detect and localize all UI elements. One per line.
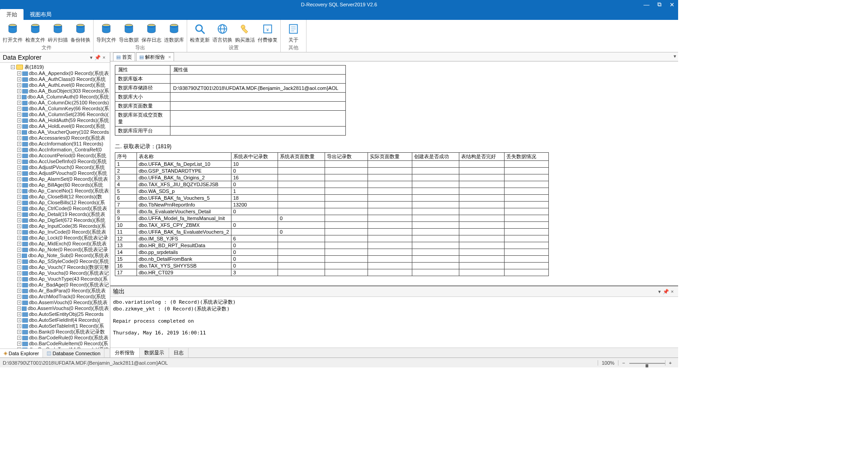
expand-icon[interactable]: + [17, 230, 21, 234]
expand-icon[interactable]: + [17, 77, 21, 81]
expand-icon[interactable]: + [17, 306, 21, 310]
tree-node[interactable]: +dbo.AA_ColumnDic(25100 Records) [11, 100, 109, 106]
expand-icon[interactable]: + [17, 342, 21, 346]
expand-icon[interactable]: + [17, 130, 21, 134]
tree-node[interactable]: +dbo.BarCodeRule(0 Record)(系统表 [11, 335, 109, 341]
expand-icon[interactable]: + [17, 195, 21, 199]
output-pin-icon[interactable]: 📌 [663, 289, 669, 295]
expand-icon[interactable]: + [17, 201, 21, 205]
status-zoom-in[interactable]: + [665, 360, 675, 366]
table-row[interactable]: 8dbo.fa_EvaluateVouchers_Detail0 [115, 208, 549, 215]
tree-node[interactable]: +dbo.Ar_BadPara(0 Record)(系统表 [11, 288, 109, 294]
tree-node[interactable]: +dbo.Ap_Detail(19 Records)(系统表 [11, 212, 109, 217]
expand-icon[interactable]: + [17, 154, 21, 158]
expand-icon[interactable]: + [17, 113, 21, 117]
expand-icon[interactable]: + [17, 330, 21, 334]
expand-icon[interactable]: + [17, 295, 21, 299]
ribbon-导到文件[interactable]: 导到文件 [95, 21, 117, 44]
expand-icon[interactable]: + [17, 124, 21, 128]
tree-node[interactable]: +dbo.Ap_VouchType(43 Records)(系 [11, 276, 109, 282]
maximize-button[interactable]: ⧉ [653, 0, 665, 9]
tree-node[interactable]: +dbo.AA_ColumnSet(2396 Records)( [11, 112, 109, 118]
ribbon-购买激活[interactable]: 购买激活 [234, 21, 256, 44]
table-row[interactable]: 9dbo.UFFA_Model_fa_ItemsManual_Init0 [115, 215, 549, 222]
expand-icon[interactable]: + [17, 101, 21, 105]
expand-icon[interactable]: + [17, 336, 21, 340]
expand-icon[interactable]: + [17, 136, 21, 140]
tree-node[interactable]: +dbo.Ap_Note_Sub(0 Record)(系统表 [11, 253, 109, 258]
status-zoom-out[interactable]: − [618, 360, 628, 366]
tree-node[interactable]: +dbo.Ap_Vouch(7 Records)(数据完整 [11, 264, 109, 270]
expand-icon[interactable]: + [17, 236, 21, 240]
tree-node[interactable]: +dbo.Ap_CancelNo(1 Record)(系统表 [11, 188, 109, 194]
expand-icon[interactable]: + [17, 83, 21, 87]
expand-icon[interactable]: + [17, 218, 21, 222]
table-row[interactable]: 11dbo.UFFA_BAK_fa_EvaluateVouchers_20 [115, 229, 549, 235]
table-row[interactable]: 5dbo.WA_SDS_p1 [115, 188, 549, 195]
ribbon-保存日志[interactable]: 保存日志 [141, 21, 162, 44]
tree-node[interactable]: +dbo.AdjustPVouch(0 Record)(系统 [11, 164, 109, 170]
expand-icon[interactable]: + [17, 89, 21, 93]
ribbon-打开文件[interactable]: 打开文件 [2, 21, 24, 44]
tree-node[interactable]: +dbo.AutoSetFieldInf(4 Records)( [11, 317, 109, 323]
expand-icon[interactable]: + [17, 95, 21, 99]
table-row[interactable]: 15dbo.nb_DetailFromBank0 [115, 256, 549, 263]
tree-node[interactable]: +dbo.AA_ColumnAuth(0 Record)(系统 [11, 94, 109, 100]
tree-node[interactable]: +dbo.AssemVouchs(0 Record)(系统表 [11, 306, 109, 311]
expand-icon[interactable]: + [17, 289, 21, 293]
tree-node[interactable]: +dbo.Ap_Note(0 Record)(系统表记录 [11, 247, 109, 253]
expand-icon[interactable]: + [17, 207, 21, 211]
expand-icon[interactable]: + [17, 283, 21, 287]
close-button[interactable]: ✕ [665, 0, 678, 9]
tree-node[interactable]: +dbo.AutoSetEntityObj(25 Records [11, 311, 109, 317]
expand-icon[interactable]: + [17, 318, 21, 322]
ribbon-导出数据[interactable]: 导出数据 [118, 21, 140, 44]
output-tab-log[interactable]: 日志 [169, 348, 189, 357]
ribbon-备份转换[interactable]: 备份转换 [70, 21, 91, 44]
expand-icon[interactable]: + [17, 148, 21, 152]
tree-node[interactable]: +dbo.Ap_InputCode(35 Records)(系 [11, 223, 109, 229]
sidebar-pin-icon[interactable]: 📌 [94, 55, 101, 61]
sidebar-dropdown-icon[interactable]: ▾ [88, 55, 94, 61]
table-row[interactable]: 1dbo.UFFA_BAK_fa_DeprList_1010 [115, 161, 549, 168]
expand-icon[interactable]: + [17, 242, 21, 246]
ribbon-检查文件[interactable]: 检查文件 [24, 21, 46, 44]
expand-icon[interactable]: + [17, 212, 21, 216]
menu-tab-viewlayout[interactable]: 视图布局 [24, 9, 58, 20]
expand-icon[interactable]: + [17, 71, 21, 75]
tree-node[interactable]: +dbo.Ap_CloseBill(12 Records)(数 [11, 194, 109, 200]
tree-node[interactable]: +dbo.AssemVouch(0 Record)(系统表 [11, 300, 109, 306]
tree-node[interactable]: +dbo.Ar_BadAge(0 Record)(系统表记 [11, 282, 109, 288]
expand-icon[interactable]: + [17, 224, 21, 228]
tree-node[interactable]: +dbo.Ap_SStyleCode(0 Record)(系统 [11, 258, 109, 264]
tree-node[interactable]: +dbo.Ap_DigSet(672 Records)(系统 [11, 217, 109, 223]
tree-node[interactable]: +dbo.AdjustPVouchs(0 Record)(系统 [11, 170, 109, 176]
table-row[interactable]: 12dbo.IM_SB_YJFS6 [115, 235, 549, 242]
table-row[interactable]: 4dbo.TAX_XFS_JIU_BQZYDJSEJSB0 [115, 181, 549, 188]
expand-icon[interactable]: + [17, 248, 21, 252]
expand-icon[interactable]: + [17, 118, 21, 122]
tree-node[interactable]: +dbo.AA_ColumnKey(66 Records)(系 [11, 106, 109, 112]
expand-icon[interactable]: + [17, 107, 21, 111]
tree-node[interactable]: +dbo.Ap_MidExch(0 Record)(系统表 [11, 241, 109, 247]
tree-node[interactable]: +dbo.AA_AuthClass(0 Record)(系统 [11, 76, 109, 82]
tree-node[interactable]: +dbo.Ap_Lock(0 Record)(系统表记录 [11, 235, 109, 241]
output-close-icon[interactable]: × [669, 289, 675, 294]
tree-node[interactable]: +dbo.AccountPeriod(0 Record)(系统 [11, 153, 109, 159]
expand-icon[interactable]: + [17, 171, 21, 175]
minimize-button[interactable]: — [640, 0, 653, 9]
ribbon-连数据库[interactable]: 连数据库 [163, 21, 185, 44]
tree-node[interactable]: +dbo.AA_BusObject(303 Records)(系 [11, 88, 109, 94]
tree-node[interactable]: +dbo.Bank(0 Record)(系统表记录数 [11, 329, 109, 335]
tree-node[interactable]: +dbo.AA_HoldLevel(0 Record)(系统 [11, 123, 109, 129]
ribbon-语言切换[interactable]: 语言切换 [212, 21, 233, 44]
expand-icon[interactable]: + [17, 271, 21, 275]
expand-icon[interactable]: + [17, 277, 21, 281]
tree-node[interactable]: +dbo.Ap_InvCode(0 Record)(系统表 [11, 229, 109, 235]
tree-node[interactable]: +dbo.Ap_AlarmSet(0 Record)(系统表 [11, 176, 109, 182]
table-row[interactable]: 13dbo.HR_BD_RPT_ResultData0 [115, 242, 549, 249]
expand-icon[interactable]: + [17, 254, 21, 258]
doctabs-more-icon[interactable]: ▾ [674, 53, 676, 59]
tree-node[interactable]: +dbo.ArchModTrack(0 Record)(系统 [11, 294, 109, 300]
sidebar-tab-explorer[interactable]: ◈Data Explorer [0, 349, 43, 357]
